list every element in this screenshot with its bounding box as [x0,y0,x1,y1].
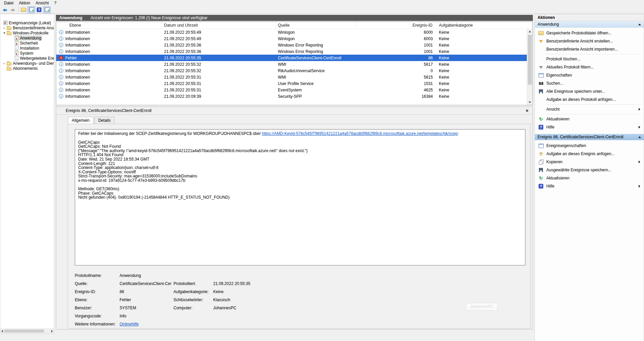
actions-section-header[interactable]: Anwendung [535,21,644,28]
help-icon[interactable] [35,6,43,13]
separator [546,114,641,114]
event-level: Informationen [65,49,90,54]
field-value: Info [120,314,173,318]
forward-icon[interactable] [9,6,17,13]
sidebar-item-windows-protokolle[interactable]: ▾ Windows-Protokolle [0,30,54,35]
scep-url-link[interactable]: https://AMD-KeyId-578c545f796951421221a4… [262,131,458,136]
chevron-down-icon[interactable]: ▾ [2,31,6,35]
sidebar-item-abonnements[interactable]: Abonnements [0,66,54,71]
sidebar-item-anwendung[interactable]: Anwendung [0,35,54,40]
event-source: RtkAudioUniversalService [276,68,356,73]
action-item[interactable]: Benutzerdefinierte Ansicht erstellen... [535,37,644,45]
sidebar-item-sicherheit[interactable]: Sicherheit [0,40,54,46]
icon-spacer [538,97,544,102]
event-row[interactable]: iInformationen 21.09.2022 20:55:36 Windo… [56,42,527,48]
event-row[interactable]: iInformationen 21.09.2022 20:55:32 WMI 5… [56,61,527,67]
menu-hilfe[interactable]: ? [52,0,59,6]
info-level-icon: i [59,43,63,47]
action-item[interactable]: Aktualisieren [535,174,644,182]
action-item[interactable]: Ausgewählte Ereignisse speichern... [535,166,644,174]
actions-sections: Anwendung Gespeicherte Protokolldatei öf… [535,21,644,193]
event-level: Fehler [65,56,77,60]
submenu-arrow-icon [639,185,640,188]
chevron-right-icon[interactable]: ▸ [2,62,6,65]
action-item[interactable]: Suchen... [535,79,644,87]
action-item[interactable]: Hilfe [535,123,644,131]
refresh-icon [538,116,544,122]
scroll-left-icon[interactable] [1,330,3,333]
event-row[interactable]: iInformationen 21.09.2022 20:55:31 User … [56,80,527,87]
event-row[interactable]: iInformationen 21.09.2022 20:55:32 RtkAu… [56,67,527,74]
event-row[interactable]: iInformationen 21.09.2022 20:09:39 Secur… [56,93,527,100]
tab-allgemein[interactable]: Allgemein [68,117,94,124]
action-item[interactable]: Ansicht [535,105,644,113]
action-item[interactable]: Protokoll löschen... [535,55,644,63]
close-icon[interactable]: × [526,108,528,113]
action-item[interactable]: Alle Ereignisse speichern unter... [535,87,644,95]
action-item[interactable]: Aktuelles Protokoll filtern... [535,63,644,71]
event-row[interactable]: iInformationen 21.09.2022 20:55:31 WMI 5… [56,74,527,80]
help-icon [538,183,544,189]
column-header-ereignis-id[interactable]: Ereignis-ID [356,22,437,29]
open-saved-log-icon[interactable] [20,6,27,13]
vertical-scrollbar[interactable] [527,29,533,105]
actions-section-header[interactable]: Ereignis 86, CertificateServicesClient-C… [535,134,644,140]
collapse-icon[interactable] [638,24,641,25]
action-item[interactable]: Aufgabe an dieses Ereignis anfügen... [535,150,644,158]
menu-datei[interactable]: Datei [1,0,16,6]
menu-ansicht[interactable]: Ansicht [33,0,51,6]
action-label: Aufgabe an dieses Ereignis anfügen... [546,151,644,156]
action-item[interactable]: Hilfe [535,182,644,190]
field-label: Ereignis-ID: [75,289,120,294]
horizontal-scrollbar[interactable] [0,329,54,333]
event-level: Informationen [65,68,90,73]
column-header-quelle[interactable]: Quelle [276,22,356,29]
event-row[interactable]: iInformationen 21.09.2022 20:55:31 Event… [56,87,527,93]
action-item[interactable]: Aufgabe an dieses Protokoll anfügen... [535,95,644,104]
event-level: Informationen [65,75,90,80]
action-item[interactable]: Benutzerdefinierte Ansicht importieren..… [535,45,644,53]
menu-aktion[interactable]: Aktion [16,0,33,6]
action-label: Hilfe [546,125,639,130]
scrollbar-thumb[interactable] [4,330,44,333]
scroll-down-icon[interactable] [527,100,533,105]
field-label: Computer: [173,306,213,310]
info-level-icon: i [59,75,63,79]
action-label: Ansicht [546,107,639,112]
save-icon [538,89,544,94]
action-item[interactable]: Kopieren [535,158,644,166]
event-row[interactable]: iInformationen 21.09.2022 20:55:49 Winlo… [56,35,527,42]
event-category: Keine [437,75,527,80]
collapse-icon[interactable] [638,136,641,138]
sidebar-item-anwendungs-und-dienstprotokolle[interactable]: ▸ Anwendungs- und Dienstprotokolle [0,61,54,66]
tab-details[interactable]: Details [94,117,115,124]
log-title-bar: Anwendung Anzahl von Ereignissen: 1.206 … [56,15,533,21]
column-header-datum[interactable]: Datum und Uhrzeit [162,22,276,29]
sidebar-item-benutzerdefinierte-ansichten[interactable]: ▸ Benutzerdefinierte Ansichten [0,25,54,30]
action-label: Eigenschaften [546,73,644,78]
column-header-aufgabenkategorie[interactable]: Aufgabenkategorie [437,22,533,29]
scroll-up-icon[interactable] [527,29,533,34]
action-item[interactable]: Aktualisieren [535,115,644,123]
chevron-right-icon[interactable]: ▸ [2,26,6,30]
sidebar-item-ereignisanzeige[interactable]: Ereignisanzeige (Lokal) [0,20,54,25]
console-tree-toggle-icon[interactable] [28,6,35,13]
scrollbar-thumb[interactable] [528,35,532,85]
event-category: Keine [437,62,527,67]
column-header-ebene[interactable]: Ebene [56,22,162,29]
event-row[interactable]: iInformationen 21.09.2022 20:55:36 Windo… [56,48,527,55]
event-row[interactable]: iInformationen 21.09.2022 20:55:49 Winlo… [56,29,527,35]
action-item[interactable]: Eigenschaften [535,71,644,79]
action-item[interactable]: Gespeicherte Protokolldatei öffnen... [535,29,644,37]
online-help-link[interactable]: Onlinehilfe [120,322,173,326]
event-row[interactable]: !Fehler 21.09.2022 20:55:35 CertificateS… [56,55,527,61]
back-icon[interactable] [1,6,9,13]
sidebar-item-weitergeleitete-ereignisse[interactable]: Weitergeleitete Ereignisse [0,56,54,61]
action-label: Alle Ereignisse speichern unter... [546,89,644,94]
actions-items: Ereigniseigenschaften Aufgabe an dieses … [535,140,644,193]
action-pane-toggle-icon[interactable] [43,6,51,13]
scroll-right-icon[interactable] [51,330,53,333]
sidebar-item-system[interactable]: System [0,51,54,56]
action-item[interactable]: Ereigniseigenschaften [535,142,644,150]
sidebar-item-installation[interactable]: Installation [0,46,54,51]
